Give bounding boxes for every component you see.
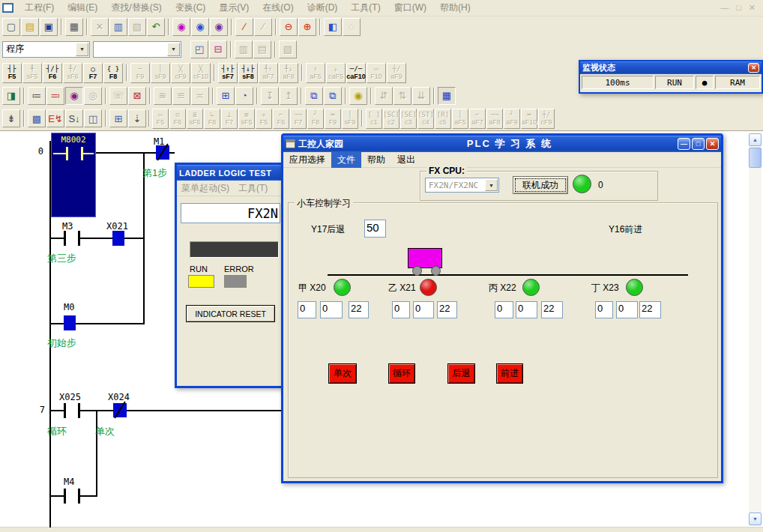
comment-display-button[interactable]: ▦ (438, 87, 456, 105)
test-menu-item[interactable]: 工具(T) (234, 181, 272, 196)
scrollbar-thumb[interactable] (749, 148, 762, 168)
sfc-par-branch-button[interactable]: ¬¬F7 (290, 109, 307, 129)
time-chart-button[interactable]: ◔ (235, 87, 253, 105)
open-contact-m3[interactable] (64, 231, 80, 246)
device-jump-button[interactable]: S↓ (65, 109, 83, 127)
monitor-write-mode-button[interactable]: ◎ (84, 87, 102, 105)
sensor1-value3-input[interactable]: 22 (349, 301, 369, 318)
af9-corner-button[interactable]: ┘aF9 (504, 109, 520, 129)
chevron-down-icon[interactable]: ▼ (485, 179, 498, 191)
close-icon[interactable]: ✕ (749, 3, 756, 13)
dialog-menu-item[interactable]: 文件 (331, 152, 361, 168)
horizontal-line-button[interactable]: ─F9 (130, 63, 150, 83)
vertical-scrollbar[interactable]: ▲ ▼ (749, 133, 762, 526)
sensor4-value3-input[interactable]: 22 (639, 301, 661, 318)
project-window-button[interactable]: ◧ (324, 18, 342, 36)
device-memory-button[interactable]: ▤ (253, 40, 271, 58)
sensor3-value2-input[interactable]: 0 (516, 301, 537, 318)
menu-item[interactable]: 显示(V) (212, 0, 256, 16)
c1-button[interactable]: [ ]c1 (366, 109, 382, 129)
line-statement-button[interactable]: ⇵ (375, 87, 393, 105)
sfc-transition-button[interactable]: +F5 (256, 109, 272, 129)
sfc-sel-branch-button[interactable]: ⌐F6 (273, 109, 289, 129)
refresh-button[interactable]: ◌ (343, 18, 361, 36)
closed-contact-m1[interactable] (156, 145, 169, 160)
sensor1-value2-input[interactable]: 0 (320, 301, 343, 318)
rising-pulse-button[interactable]: ┤↑├sF7 (218, 63, 238, 83)
loop-run-button[interactable]: 循环 (388, 363, 415, 384)
monitor-titlebar[interactable]: 监视状态 ✕ (580, 61, 762, 74)
sfc-step-button[interactable]: ⊟F6 (169, 109, 186, 129)
parallel-closed-contact-button[interactable]: ╀/sF6 (63, 63, 82, 83)
grid-view-button[interactable]: ⊞ (109, 109, 127, 127)
energized-contact-m0[interactable] (64, 315, 76, 330)
open-contact-m4[interactable] (64, 489, 80, 504)
parallel-falling-pulse-button[interactable]: ╀↓aF8 (279, 63, 298, 83)
closed-contact-x024[interactable] (113, 403, 127, 417)
chevron-down-icon[interactable]: ▼ (76, 43, 88, 56)
af7-corner-button[interactable]: ⌐aF7 (469, 109, 486, 129)
backward-button[interactable]: 后退 (447, 363, 475, 384)
data-name-combo[interactable]: ▼ (93, 41, 181, 58)
selected-cell-m8002[interactable]: M8002 (51, 133, 96, 217)
energized-contact-x021[interactable] (112, 231, 124, 246)
menu-item[interactable]: 诊断(D) (301, 0, 345, 16)
af10-line-button[interactable]: ═aF10 (521, 109, 537, 129)
close-button[interactable]: ✕ (706, 138, 719, 150)
zoom-out-button[interactable]: ⊖ (280, 18, 298, 36)
paste-button[interactable]: ▧ (128, 18, 146, 36)
up-arrow-button[interactable]: ↑aF5 (306, 63, 325, 83)
forward-button[interactable]: 前进 (496, 363, 523, 384)
minimize-button[interactable]: — (678, 138, 690, 150)
menu-item[interactable]: 在线(O) (256, 0, 300, 16)
vertical-line-button[interactable]: │sF9 (151, 63, 170, 83)
cut-button[interactable]: ✕ (91, 18, 109, 36)
close-button[interactable]: ✕ (748, 63, 759, 73)
find-replace-button[interactable]: ◉ (210, 18, 228, 36)
delete-vertical-line-button[interactable]: ╳cF10 (191, 63, 211, 83)
tile-window-button[interactable]: ⧉ (324, 87, 342, 105)
open-contact-button[interactable]: ┤├F5 (2, 63, 22, 83)
chevron-down-icon[interactable]: ▼ (167, 43, 180, 56)
menu-item[interactable]: 窗口(W) (387, 0, 433, 16)
c4-button[interactable]: [ST]c4 (417, 109, 434, 129)
menu-item[interactable]: 帮助(H) (433, 0, 477, 16)
sensor4-value1-input[interactable]: 0 (595, 301, 613, 318)
remove-all-breaks-button[interactable]: ⊠ (128, 87, 146, 105)
maximize-button[interactable]: □ (692, 138, 705, 150)
cascade-window-button[interactable]: ⧉ (305, 87, 323, 105)
comment-list-button[interactable]: ▧ (279, 40, 297, 58)
cf9-delete-button[interactable]: ┼/cF9 (538, 109, 555, 129)
dialog-menu-item[interactable]: 帮助 (361, 152, 391, 168)
c2-button[interactable]: [SC]c2 (383, 109, 399, 129)
statement-button[interactable]: ⇊ (412, 87, 430, 105)
find-device-button[interactable]: ◉ (191, 18, 209, 36)
sensor2-value3-input[interactable]: 22 (437, 301, 457, 318)
monitor-mode-button[interactable]: ◉ (65, 87, 83, 105)
error-jump-button[interactable]: E↯ (46, 109, 64, 127)
split-pane-button[interactable]: ◫ (84, 109, 102, 127)
ladder-mode-button[interactable]: ◨ (2, 87, 20, 105)
dialog-menu-item[interactable]: 退出 (391, 152, 421, 168)
delete-trigger-button[interactable]: ┼/aF9 (387, 63, 406, 83)
sensor3-value3-input[interactable]: 22 (541, 301, 563, 318)
scroll-down-button[interactable]: ▼ (749, 513, 762, 525)
sfc-box-button[interactable]: ▭F5 (152, 109, 169, 129)
application-instruction-button[interactable]: { }F8 (103, 63, 123, 83)
zoom-in-button[interactable]: ⊕ (298, 18, 316, 36)
falling-pulse-button[interactable]: ┤↓├sF8 (238, 63, 258, 83)
save-button[interactable]: ▣ (40, 18, 58, 36)
write-to-plc-button[interactable]: ↧ (261, 87, 279, 105)
read-mode-button[interactable]: ∕ (254, 18, 272, 36)
sfc-block-button[interactable]: ≣sF6 (187, 109, 203, 129)
partial-execution-button[interactable]: ≋ (154, 87, 172, 105)
open-file-button[interactable]: ▤ (21, 18, 39, 36)
find-button[interactable]: ◉ (172, 18, 190, 36)
copy-button[interactable]: ▥ (109, 18, 127, 36)
write-mode-button[interactable]: ∕ (235, 18, 253, 36)
test-window-titlebar[interactable]: LADDER LOGIC TEST (177, 165, 282, 181)
test-menu-item[interactable]: 菜单起动(S) (177, 181, 234, 196)
open-contact-x025[interactable] (64, 403, 80, 418)
step-execution-button[interactable]: ≌ (172, 87, 190, 105)
comment-tree-button[interactable]: ≕ (46, 87, 64, 105)
